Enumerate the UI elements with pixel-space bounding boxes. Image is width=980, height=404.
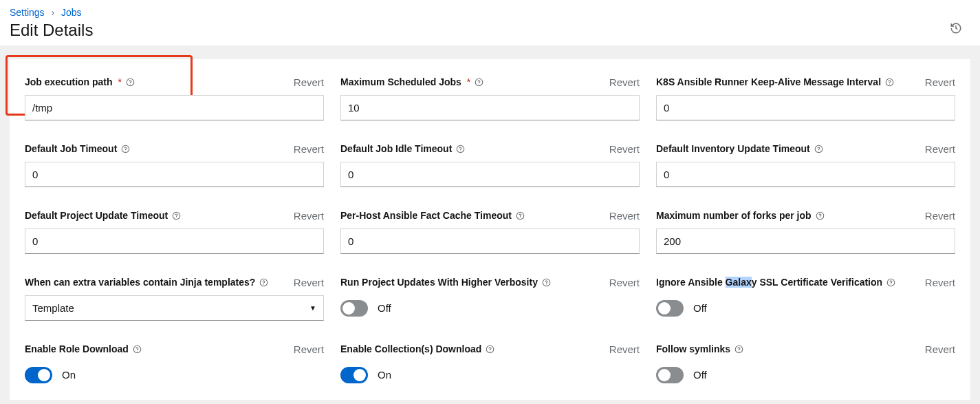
revert-button[interactable]: Revert <box>925 76 955 88</box>
toggle-state-label: Off <box>693 302 707 314</box>
help-icon[interactable] <box>816 211 825 220</box>
field-enable-role-dl: Enable Role Download Revert On <box>25 341 324 387</box>
help-icon[interactable] <box>814 145 823 153</box>
input-default-inv-update[interactable] <box>656 162 955 187</box>
toggle-state-label: On <box>62 369 76 381</box>
revert-button[interactable]: Revert <box>294 277 324 288</box>
field-k8s-keepalive: K8S Ansible Runner Keep-Alive Message In… <box>656 74 955 120</box>
input-default-job-idle[interactable] <box>340 162 640 187</box>
content-band: Job execution path * Revert Maximum Sche… <box>0 45 980 404</box>
revert-button[interactable]: Revert <box>294 343 324 355</box>
field-extra-vars-jinja: When can extra variables contain Jinja t… <box>25 275 324 321</box>
help-icon[interactable] <box>734 345 743 354</box>
revert-button[interactable]: Revert <box>609 343 640 355</box>
label-extra-vars-jinja: When can extra variables contain Jinja t… <box>25 277 255 288</box>
svg-point-25 <box>137 350 138 351</box>
input-default-job-timeout[interactable] <box>25 162 324 187</box>
label-enable-coll-dl: Enable Collection(s) Download <box>340 343 481 354</box>
label-default-inv-update: Default Inventory Update Timeout <box>656 143 810 154</box>
toggle-enable-coll-dl[interactable] <box>340 367 368 383</box>
chevron-right-icon: › <box>51 7 54 18</box>
svg-point-7 <box>125 150 126 151</box>
label-per-host-fact: Per-Host Ansible Fact Cache Timeout <box>340 210 512 221</box>
select-value: Template <box>32 302 74 314</box>
revert-button[interactable]: Revert <box>925 343 955 355</box>
label-max-forks: Maximum number of forks per job <box>656 210 812 221</box>
input-per-host-fact[interactable] <box>340 228 640 254</box>
help-icon[interactable] <box>542 278 551 287</box>
svg-point-9 <box>460 150 461 151</box>
field-ignore-galaxy: Ignore Ansible Galaxy SSL Certificate Ve… <box>656 275 955 321</box>
svg-point-1 <box>130 83 131 84</box>
input-max-forks[interactable] <box>656 228 955 254</box>
field-default-inv-update: Default Inventory Update Timeout Revert <box>656 141 955 187</box>
required-asterisk: * <box>467 76 470 87</box>
page-title: Edit Details <box>10 21 970 40</box>
toggle-ignore-galaxy[interactable] <box>656 300 684 317</box>
svg-point-5 <box>889 83 890 84</box>
label-default-job-idle: Default Job Idle Timeout <box>340 143 452 154</box>
help-icon[interactable] <box>121 145 130 153</box>
label-k8s-keepalive: K8S Ansible Runner Keep-Alive Message In… <box>656 76 881 87</box>
help-icon[interactable] <box>172 211 181 220</box>
revert-button[interactable]: Revert <box>925 143 955 155</box>
label-default-proj-update: Default Project Update Timeout <box>25 210 168 221</box>
history-icon[interactable] <box>950 22 962 37</box>
toggle-enable-role-dl[interactable] <box>25 367 52 383</box>
svg-point-11 <box>818 150 819 151</box>
field-enable-coll-dl: Enable Collection(s) Download Revert On <box>340 341 640 387</box>
revert-button[interactable]: Revert <box>609 210 640 222</box>
input-k8s-keepalive[interactable] <box>656 95 955 120</box>
help-icon[interactable] <box>133 345 142 354</box>
svg-point-29 <box>739 350 739 351</box>
field-max-sched-jobs: Maximum Scheduled Jobs * Revert <box>340 74 640 120</box>
help-icon[interactable] <box>516 211 525 220</box>
caret-down-icon: ▼ <box>309 304 316 312</box>
revert-button[interactable]: Revert <box>925 210 955 222</box>
label-enable-role-dl: Enable Role Download <box>25 343 129 354</box>
help-icon[interactable] <box>259 278 268 287</box>
field-run-proj-verbose: Run Project Updates With Higher Verbosit… <box>340 275 640 321</box>
page-header: Settings › Jobs Edit Details <box>0 0 980 45</box>
help-icon[interactable] <box>885 78 894 87</box>
label-default-job-timeout: Default Job Timeout <box>25 143 117 154</box>
input-job-exec-path[interactable] <box>25 95 324 120</box>
breadcrumb-parent[interactable]: Settings <box>10 7 45 18</box>
svg-point-19 <box>263 284 264 284</box>
revert-button[interactable]: Revert <box>294 143 324 155</box>
svg-point-17 <box>820 217 820 217</box>
svg-point-15 <box>520 217 521 217</box>
form-card: Job execution path * Revert Maximum Sche… <box>10 59 970 400</box>
breadcrumb-current[interactable]: Jobs <box>61 7 82 18</box>
help-icon[interactable] <box>475 78 483 87</box>
help-icon[interactable] <box>886 278 895 287</box>
toggle-follow-symlinks[interactable] <box>656 367 684 383</box>
field-per-host-fact: Per-Host Ansible Fact Cache Timeout Reve… <box>340 208 640 254</box>
label-job-exec-path: Job execution path <box>25 76 113 87</box>
svg-point-27 <box>490 350 490 351</box>
input-max-sched-jobs[interactable] <box>340 95 640 120</box>
input-default-proj-update[interactable] <box>25 228 324 254</box>
label-run-proj-verbose: Run Project Updates With Higher Verbosit… <box>340 277 538 288</box>
revert-button[interactable]: Revert <box>609 277 640 288</box>
revert-button[interactable]: Revert <box>294 210 324 222</box>
revert-button[interactable]: Revert <box>925 277 955 288</box>
field-default-proj-update: Default Project Update Timeout Revert <box>25 208 324 254</box>
field-default-job-timeout: Default Job Timeout Revert <box>25 141 324 187</box>
svg-point-3 <box>479 83 479 84</box>
revert-button[interactable]: Revert <box>609 76 640 88</box>
toggle-state-label: On <box>378 369 391 381</box>
breadcrumb: Settings › Jobs <box>10 7 970 18</box>
revert-button[interactable]: Revert <box>609 143 640 155</box>
label-follow-symlinks: Follow symlinks <box>656 343 730 354</box>
svg-point-13 <box>176 217 177 217</box>
svg-point-23 <box>891 284 891 284</box>
help-icon[interactable] <box>486 345 494 354</box>
help-icon[interactable] <box>126 78 135 87</box>
select-extra-vars-jinja[interactable]: Template ▼ <box>25 295 324 321</box>
label-ignore-galaxy: Ignore Ansible Galaxy SSL Certificate Ve… <box>656 277 882 288</box>
toggle-run-proj-verbose[interactable] <box>340 300 368 317</box>
required-asterisk: * <box>118 76 122 87</box>
revert-button[interactable]: Revert <box>294 76 324 88</box>
help-icon[interactable] <box>456 145 465 153</box>
